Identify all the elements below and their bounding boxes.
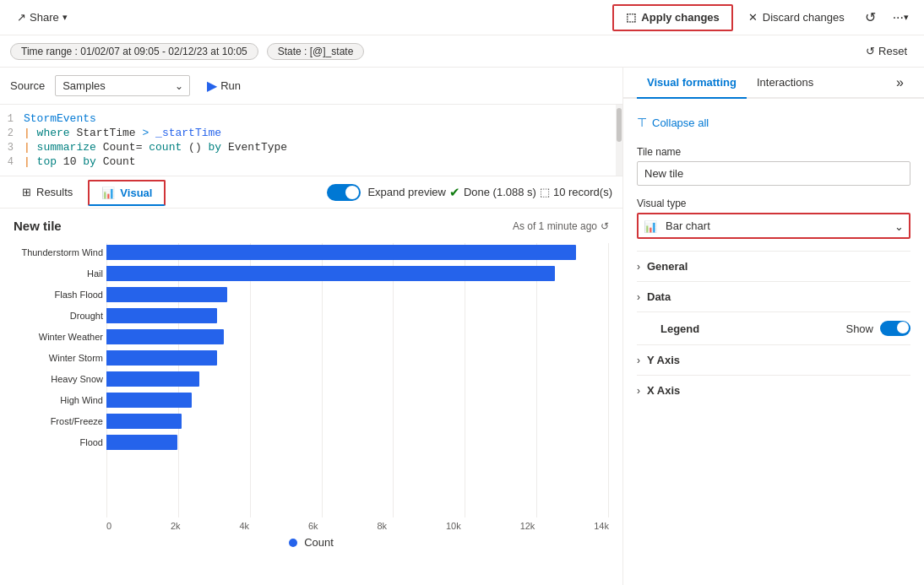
tab-results[interactable]: ⊞ Results [10,181,84,205]
refresh-button[interactable]: ↺ [860,6,881,29]
top-bar: ↗ Share ▾ ⬚ Apply changes ✕ Discard chan… [0,0,924,35]
tabs-bar: ⊞ Results 📊 Visual Expand preview ✔ Done… [0,176,622,209]
right-content: ⊤ Collapse all Tile name Visual type 📊 B… [623,99,924,419]
expand-preview-toggle: Expand preview [327,184,446,201]
x-tick: 4k [240,521,250,531]
bar-row: Hail [106,264,609,283]
scroll-indicator [616,105,622,176]
data-title: Data [647,290,910,303]
run-play-icon: ▶ [207,78,217,94]
x-tick: 14k [594,521,609,531]
code-line-3: 3 | summarize Count= count () by EventTy… [0,140,622,154]
bar-chart-select-icon: 📊 [644,219,657,232]
source-select[interactable]: Samples [55,75,190,96]
code-line-2: 2 | where StartTime > _startTime [0,126,622,140]
filter-bar: Time range : 01/02/07 at 09:05 - 02/12/2… [0,35,924,68]
reset-button[interactable]: ↺ Reset [859,41,914,61]
y-axis-chevron-icon: › [637,355,640,366]
bar-row: High Wind [106,391,609,409]
time-range-pill[interactable]: Time range : 01/02/07 at 09:05 - 02/12/2… [10,43,258,60]
legend-dot [289,539,297,547]
main-layout: Source Samples ▶ Run 1 StormEvents 2 | [0,68,924,585]
y-axis-title: Y Axis [647,354,910,366]
bar [106,245,576,260]
bar [106,350,217,366]
visual-type-select[interactable]: Bar chart [637,213,910,239]
x-tick: 0 [106,521,111,531]
section-x-axis[interactable]: › X Axis [637,375,910,405]
right-panel: Visual formatting Interactions » ⊤ Colla… [623,68,924,585]
section-y-axis[interactable]: › Y Axis [637,344,910,375]
section-data[interactable]: › Data [637,281,910,311]
discard-x-icon: ✕ [748,11,758,24]
visual-type-select-wrapper: 📊 Bar chart ⌄ [637,213,910,239]
x-axis-chevron-icon: › [637,385,640,397]
apply-changes-button[interactable]: ⬚ Apply changes [612,4,732,31]
tab-visual-formatting[interactable]: Visual formatting [637,68,747,99]
bar-row: Drought [106,306,609,325]
general-chevron-icon: › [637,261,640,273]
chart-area: Thunderstorm WindHailFlash FloodDroughtW… [14,243,609,549]
tab-interactions[interactable]: Interactions [747,68,823,99]
refresh-icon: ↺ [865,9,876,25]
refresh-chart-icon[interactable]: ↺ [601,220,609,232]
bar-label: Heavy Snow [12,374,103,384]
x-tick: 12k [520,521,535,531]
visual-type-group: Visual type 📊 Bar chart ⌄ [637,198,910,239]
chart-title: New tile [14,219,62,233]
code-line-4: 4 | top 10 by Count [0,154,622,169]
bar [106,329,224,344]
bar [106,287,227,302]
chart-panel: New tile As of 1 minute ago ↺ [0,209,622,585]
bar-row: Flash Flood [106,285,609,304]
bar-row: Heavy Snow [106,370,609,388]
legend-show-label: Show [845,322,873,335]
bars-container: Thunderstorm WindHailFlash FloodDroughtW… [14,243,609,452]
bar-label: Frost/Freeze [12,416,103,426]
tab-visual[interactable]: 📊 Visual [88,180,166,206]
bar-row: Winter Weather [106,328,609,346]
discard-changes-button[interactable]: ✕ Discard changes [740,8,853,27]
x-tick: 10k [446,521,461,531]
legend-show-toggle[interactable] [880,321,910,336]
share-button[interactable]: ↗ Share ▾ [10,8,74,27]
share-icon: ↗ [17,11,26,24]
done-check-icon: ✔ [449,185,460,200]
chart-header: New tile As of 1 minute ago ↺ [14,219,609,233]
x-tick: 6k [308,521,318,531]
chart-icon: 📊 [101,187,115,199]
tile-name-input[interactable] [637,161,910,186]
visual-type-label: Visual type [637,198,910,209]
dropdown-chevron-icon: ▾ [904,12,909,23]
run-button[interactable]: ▶ Run [200,74,247,97]
bar-label: Hail [12,268,103,279]
collapse-all-button[interactable]: ⊤ Collapse all [637,112,709,133]
apply-icon: ⬚ [626,11,636,24]
x-tick: 2k [171,521,181,531]
table-icon: ⊞ [22,186,31,198]
expand-panel-button[interactable]: » [889,68,910,97]
more-options-button[interactable]: ··· ▾ [888,7,914,29]
code-line-1: 1 StormEvents [0,111,622,126]
records-icon: ⬚ [540,186,550,198]
section-general[interactable]: › General [637,251,910,281]
bar-row: Thunderstorm Wind [106,243,609,262]
collapse-icon: ⊤ [637,116,647,129]
x-axis: 02k4k6k8k10k12k14k [14,521,609,531]
general-title: General [647,260,910,273]
source-select-wrapper: Samples [55,75,190,96]
bar-label: High Wind [12,395,103,405]
bar-label: Winter Weather [12,332,103,342]
reset-icon: ↺ [866,45,875,57]
state-pill[interactable]: State : [@]_state [267,43,365,60]
bar [106,435,177,450]
bar-row: Winter Storm [106,349,609,367]
left-panel: Source Samples ▶ Run 1 StormEvents 2 | [0,68,623,585]
code-editor[interactable]: 1 StormEvents 2 | where StartTime > _sta… [0,105,622,176]
expand-preview-toggle-switch[interactable] [327,184,361,201]
bar [106,371,199,387]
bar-label: Winter Storm [12,353,103,363]
share-chevron-icon: ▾ [63,12,68,23]
bar [106,393,192,408]
bar-row: Flood [106,433,609,452]
